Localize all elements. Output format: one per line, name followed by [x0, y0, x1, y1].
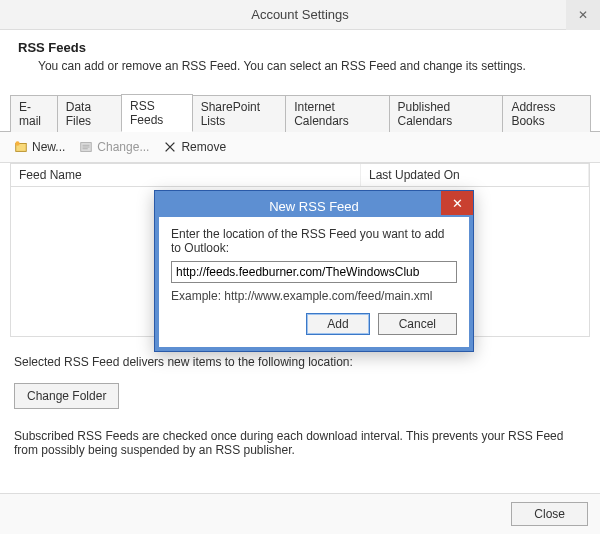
change-icon — [79, 140, 93, 154]
tab-rss-feeds[interactable]: RSS Feeds — [121, 94, 193, 132]
new-icon — [14, 140, 28, 154]
tab-address-books[interactable]: Address Books — [502, 95, 591, 132]
modal-body: Enter the location of the RSS Feed you w… — [155, 217, 473, 351]
modal-title: New RSS Feed — [269, 199, 359, 214]
col-last-updated[interactable]: Last Updated On — [361, 164, 589, 186]
modal-titlebar: New RSS Feed ✕ — [155, 191, 473, 217]
rss-url-input[interactable] — [171, 261, 457, 283]
tab-strip: E-mail Data Files RSS Feeds SharePoint L… — [0, 93, 600, 132]
change-button[interactable]: Change... — [79, 140, 149, 154]
cancel-button[interactable]: Cancel — [378, 313, 457, 335]
lower-panel: Selected RSS Feed delivers new items to … — [0, 337, 600, 475]
window-title: Account Settings — [251, 7, 349, 22]
remove-icon — [163, 140, 177, 154]
page-description: You can add or remove an RSS Feed. You c… — [18, 59, 582, 73]
svg-point-1 — [15, 141, 19, 145]
tab-data-files[interactable]: Data Files — [57, 95, 122, 132]
tab-email[interactable]: E-mail — [10, 95, 58, 132]
close-icon: ✕ — [578, 8, 588, 22]
modal-example-text: Example: http://www.example.com/feed/mai… — [171, 289, 457, 303]
close-button[interactable]: Close — [511, 502, 588, 526]
page-title: RSS Feeds — [18, 40, 582, 55]
delivers-text: Selected RSS Feed delivers new items to … — [14, 355, 586, 369]
feed-table-header: Feed Name Last Updated On — [10, 163, 590, 187]
tab-internet-calendars[interactable]: Internet Calendars — [285, 95, 389, 132]
change-folder-button[interactable]: Change Folder — [14, 383, 119, 409]
modal-close-button[interactable]: ✕ — [441, 191, 473, 215]
window-close-button[interactable]: ✕ — [566, 0, 600, 30]
remove-button[interactable]: Remove — [163, 140, 226, 154]
toolbar: New... Change... Remove — [0, 132, 600, 163]
col-feed-name[interactable]: Feed Name — [11, 164, 361, 186]
modal-prompt: Enter the location of the RSS Feed you w… — [171, 227, 457, 255]
new-button[interactable]: New... — [14, 140, 65, 154]
suspend-text: Subscribed RSS Feeds are checked once du… — [14, 429, 586, 457]
add-button[interactable]: Add — [306, 313, 369, 335]
tab-sharepoint-lists[interactable]: SharePoint Lists — [192, 95, 286, 132]
close-icon: ✕ — [452, 196, 463, 211]
new-rss-feed-dialog: New RSS Feed ✕ Enter the location of the… — [154, 190, 474, 352]
remove-button-label: Remove — [181, 140, 226, 154]
tab-published-calendars[interactable]: Published Calendars — [389, 95, 504, 132]
page-header: RSS Feeds You can add or remove an RSS F… — [0, 30, 600, 83]
dialog-footer: Close — [0, 493, 600, 534]
change-button-label: Change... — [97, 140, 149, 154]
window-titlebar: Account Settings ✕ — [0, 0, 600, 30]
modal-button-row: Add Cancel — [171, 313, 457, 335]
new-button-label: New... — [32, 140, 65, 154]
